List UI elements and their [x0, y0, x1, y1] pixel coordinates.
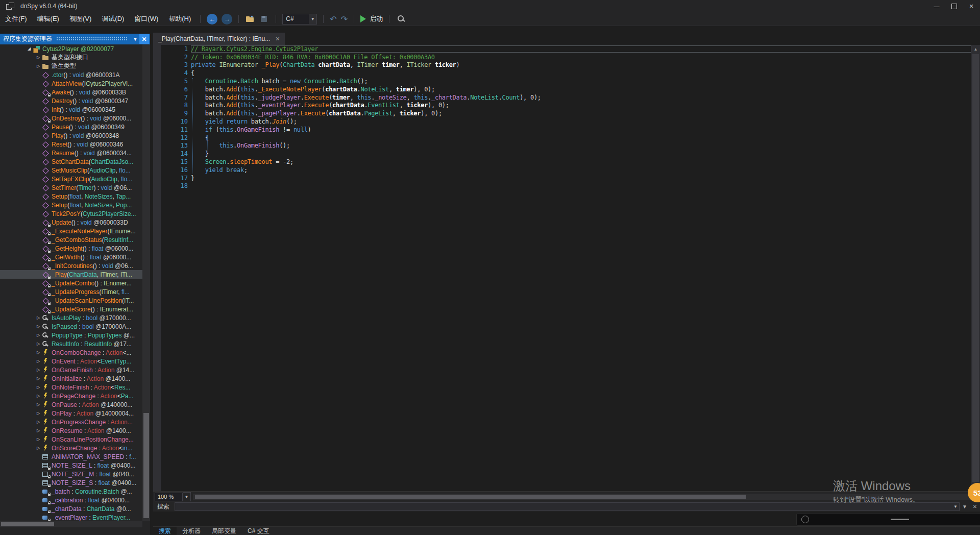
tree-item[interactable]: ▷OnScoreChange : Action<in...: [0, 444, 142, 452]
bottom-tab-analyzer[interactable]: 分析器: [177, 527, 206, 535]
tree-item[interactable]: SetMusicClip(AudioClip, flo...: [0, 166, 142, 175]
expand-icon[interactable]: ▷: [35, 333, 42, 337]
menu-item-view[interactable]: 视图(V): [64, 12, 96, 26]
tree-item[interactable]: ▷OnEvent : Action<EventTyp...: [0, 357, 142, 366]
tree-item[interactable]: Pause() : void @06000349: [0, 123, 142, 131]
tree-item[interactable]: NOTE_SIZE_L : float @0400...: [0, 461, 142, 470]
tree-item[interactable]: _GetWidth() : float @06000...: [0, 253, 142, 261]
menu-item-edit[interactable]: 编辑(E): [32, 12, 64, 26]
tree-item[interactable]: ▷OnComboChange : Action<...: [0, 348, 142, 357]
expand-icon[interactable]: ▷: [35, 420, 42, 424]
code-line[interactable]: 12 {: [162, 134, 971, 142]
code-line[interactable]: 17}: [162, 174, 971, 182]
tree-item[interactable]: ▷IsAutoPlay : bool @170000...: [0, 313, 142, 322]
redo-button[interactable]: ↷: [341, 14, 348, 24]
panel-close-button[interactable]: ✕: [139, 34, 149, 44]
expand-icon[interactable]: ▷: [35, 350, 42, 355]
expand-icon[interactable]: ▷: [35, 324, 42, 329]
zoom-select[interactable]: 100 %: [155, 493, 183, 501]
maximize-button[interactable]: [945, 0, 963, 12]
navigate-back-button[interactable]: ←: [207, 14, 217, 25]
tree-item[interactable]: _Play(ChartData, ITimer, ITi...: [0, 270, 142, 279]
ime-bar[interactable]: [796, 513, 980, 526]
tree-item[interactable]: Setup(float, NoteSizes, Tap...: [0, 192, 142, 201]
bottom-tab-csharp-interactive[interactable]: C# 交互: [242, 527, 275, 535]
tree-item[interactable]: _InitCoroutines() : void @06...: [0, 261, 142, 270]
tree-item[interactable]: ▷IsPaused : bool @170000A...: [0, 322, 142, 331]
expand-icon[interactable]: ▷: [35, 55, 42, 60]
search-toolbar-button[interactable]: [397, 14, 406, 23]
scrollbar-thumb[interactable]: [143, 413, 149, 518]
tree-item[interactable]: ▷OnGameFinish : Action @14...: [0, 366, 142, 374]
tree-item[interactable]: ▷OnNoteFinish : Action<Res...: [0, 383, 142, 392]
language-select[interactable]: C# ▼: [282, 14, 317, 25]
tree-item[interactable]: _ExecuteNotePlayer(IEnume...: [0, 227, 142, 235]
tree-item[interactable]: Reset() : void @06000346: [0, 140, 142, 149]
tree-item[interactable]: SetTapFXClip(AudioClip, flo...: [0, 175, 142, 183]
tree-item[interactable]: Tick2PosY(Cytus2PlayerSize...: [0, 209, 142, 218]
search-pane-close-button[interactable]: ✕: [971, 502, 979, 510]
tab-close-icon[interactable]: ✕: [275, 36, 280, 42]
code-line[interactable]: 16 yield break;: [162, 166, 971, 174]
tree-item[interactable]: ANIMATOR_MAX_SPEED : f...: [0, 452, 142, 461]
code-line[interactable]: 13 this.OnGameFinish();: [162, 142, 971, 150]
scrollbar-thumb[interactable]: [195, 495, 746, 499]
tree-item[interactable]: NOTE_SIZE_M : float @040...: [0, 470, 142, 478]
tree-item[interactable]: ▷OnResume : Action @1400...: [0, 426, 142, 435]
expand-icon[interactable]: ▷: [35, 342, 42, 346]
zoom-dropdown-button[interactable]: ▼: [183, 492, 191, 502]
tree-item[interactable]: Setup(float, NoteSizes, Pop...: [0, 201, 142, 209]
tree-item[interactable]: ▷OnPause : Action @140000...: [0, 400, 142, 409]
code-line[interactable]: 2// Token: 0x0600034E RID: 846 RVA: 0x00…: [162, 53, 971, 61]
expand-icon[interactable]: ▷: [35, 411, 42, 416]
bottom-tab-search[interactable]: 搜索: [153, 527, 177, 535]
menu-item-file[interactable]: 文件(F): [0, 12, 32, 26]
tree-item[interactable]: ▷OnPlay : Action @14000004...: [0, 409, 142, 418]
scrollbar-thumb[interactable]: [972, 54, 979, 482]
tree-item[interactable]: _UpdateCombo() : IEnumer...: [0, 279, 142, 287]
tree-item[interactable]: ▷OnPageChange : Action<Pa...: [0, 392, 142, 400]
expand-icon[interactable]: ▷: [35, 446, 42, 450]
search-dropdown-button[interactable]: ▼: [961, 502, 969, 510]
panel-dropdown-button[interactable]: ▼: [131, 35, 139, 43]
tree-item[interactable]: ▷OnInitialize : Action @1400...: [0, 374, 142, 383]
code-editor[interactable]: 1// Rayark.Cytus2.Engine.Cytus2Player2//…: [162, 45, 971, 491]
expand-icon[interactable]: ▷: [35, 376, 42, 381]
expand-icon[interactable]: ▷: [35, 368, 42, 372]
code-line[interactable]: 18: [162, 182, 971, 190]
code-line[interactable]: 8 batch.Add(this._eventPlayer.Execute(ch…: [162, 102, 971, 110]
editor-vertical-scrollbar[interactable]: ▲ ▼: [971, 45, 980, 491]
scrollbar-thumb[interactable]: [1, 522, 54, 526]
tree-item[interactable]: ▷PopupType : PopupTypes @...: [0, 331, 142, 339]
minimize-button[interactable]: —: [928, 0, 945, 12]
tree-item[interactable]: ▷ResultInfo : ResultInfo @17...: [0, 339, 142, 348]
tree-item[interactable]: OnDestroy() : void @06000...: [0, 114, 142, 123]
expand-icon[interactable]: ▷: [35, 428, 42, 433]
tree-item[interactable]: Update() : void @0600033D: [0, 218, 142, 227]
tree-item[interactable]: SetChartData(ChartDataJso...: [0, 157, 142, 166]
code-line[interactable]: 3private IEnumerator _Play(ChartData cha…: [162, 61, 971, 69]
close-button[interactable]: ✕: [963, 0, 980, 12]
tree-item[interactable]: _UpdateScore() : IEnumerat...: [0, 305, 142, 313]
tree-item[interactable]: _UpdateScanLinePosition(IT...: [0, 296, 142, 305]
menu-item-window[interactable]: 窗口(W): [129, 12, 163, 26]
tree-item[interactable]: _GetComboStatus(ResultInf...: [0, 235, 142, 244]
tree-item[interactable]: ▷基类型和接口: [0, 53, 142, 62]
tree-item[interactable]: _chartData : ChartData @0...: [0, 504, 142, 513]
tree-item[interactable]: .ctor() : void @0600031A: [0, 70, 142, 79]
menu-item-help[interactable]: 帮助(H): [163, 12, 196, 26]
tree-item[interactable]: _batch : Coroutine.Batch @...: [0, 487, 142, 496]
expand-icon[interactable]: ▷: [35, 437, 42, 442]
tree-item[interactable]: _UpdateProgress(ITimer, fl...: [0, 287, 142, 296]
tree-item[interactable]: ◢Cytus2Player @02000077: [0, 44, 142, 53]
open-assembly-button[interactable]: ↰: [246, 15, 255, 23]
expand-icon[interactable]: ▷: [35, 394, 42, 398]
tree-item[interactable]: _calibration : float @04000...: [0, 496, 142, 504]
navigate-forward-button[interactable]: →: [222, 14, 232, 25]
collapse-icon[interactable]: ◢: [26, 46, 33, 51]
tree-item[interactable]: Play() : void @06000348: [0, 131, 142, 140]
tree-item[interactable]: _GetHeight() : float @06000...: [0, 244, 142, 253]
save-all-button[interactable]: [260, 15, 269, 23]
tree-item[interactable]: Awake() : void @0600033B: [0, 88, 142, 96]
code-line[interactable]: 14 }: [162, 150, 971, 158]
